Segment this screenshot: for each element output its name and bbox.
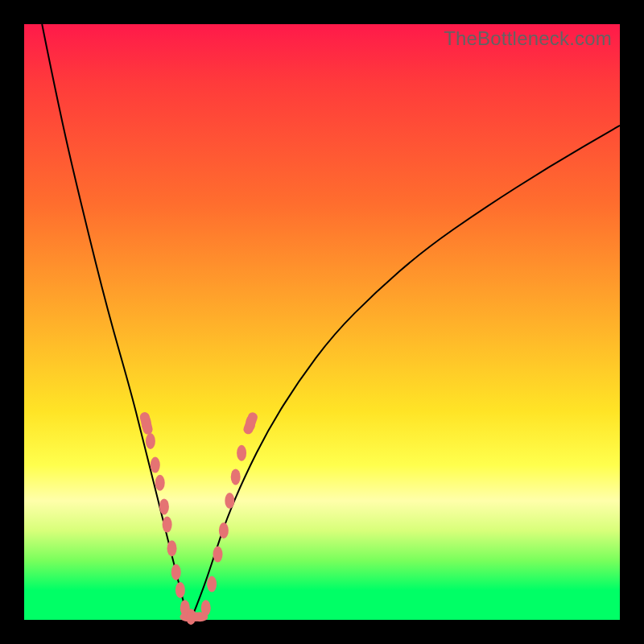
- bead: [159, 498, 169, 514]
- chart-svg: [24, 24, 620, 620]
- bead: [151, 457, 160, 473]
- bead: [155, 475, 165, 491]
- right-curve: [191, 126, 620, 620]
- bead: [146, 433, 155, 449]
- bead: [167, 540, 177, 556]
- bead: [171, 564, 181, 580]
- bead: [175, 582, 185, 598]
- bead-capsule: [242, 411, 259, 436]
- bead: [237, 445, 246, 461]
- bead: [225, 493, 234, 509]
- bead: [219, 522, 229, 539]
- chart-frame: TheBottleneck.com: [0, 0, 644, 644]
- bead-group: [138, 411, 258, 625]
- bead: [192, 612, 208, 621]
- bead: [213, 547, 223, 563]
- bead: [207, 576, 217, 592]
- plot-area: TheBottleneck.com: [24, 24, 620, 620]
- bead: [231, 469, 241, 485]
- bead: [163, 517, 172, 533]
